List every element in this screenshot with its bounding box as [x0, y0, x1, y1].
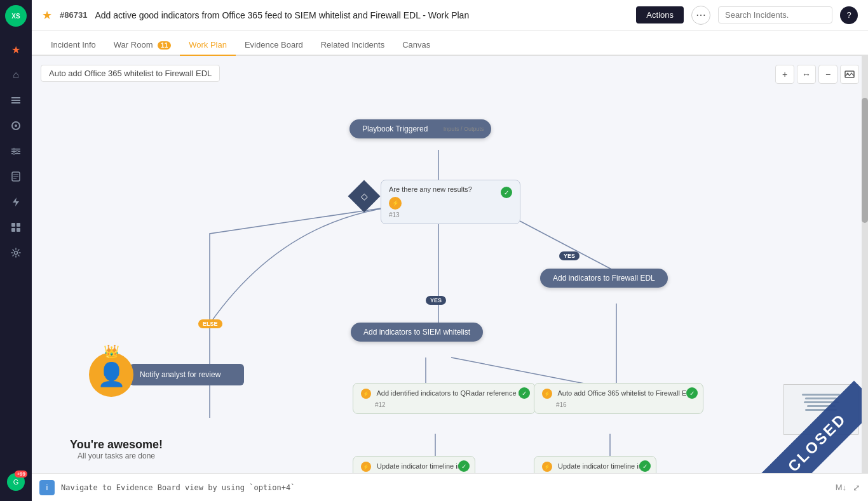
help-button[interactable]: ? — [840, 6, 858, 24]
incident-id: #86731 — [60, 10, 87, 20]
svg-point-4 — [15, 124, 17, 127]
zoom-out-button[interactable]: − — [818, 65, 837, 84]
svg-rect-0 — [11, 97, 20, 98]
zoom-fit-button[interactable]: ↔ — [797, 65, 816, 84]
tab-incident-info[interactable]: Incident Info — [42, 35, 105, 56]
sidebar-item-dashboard[interactable] — [4, 114, 27, 137]
crown-icon: 👑 — [104, 344, 119, 359]
main-panel: ★ #86731 Add active good indicators from… — [32, 0, 868, 501]
bottom-text: Navigate to Evidence Board view by using… — [61, 483, 829, 492]
sidebar-item-settings[interactable] — [4, 140, 27, 163]
svg-point-22 — [847, 73, 849, 75]
svg-rect-1 — [11, 100, 20, 101]
qradar-node[interactable]: ⚡ Add identified indicators to QRadar re… — [353, 383, 536, 414]
tab-related-incidents[interactable]: Related Incidents — [312, 35, 393, 56]
actions-button[interactable]: Actions — [636, 6, 684, 23]
svg-point-20 — [15, 251, 18, 255]
svg-rect-17 — [17, 223, 20, 227]
canvas-label: Auto add Office 365 whitelist to Firewal… — [41, 65, 220, 82]
sidebar-item-files[interactable] — [4, 165, 27, 188]
notify-label[interactable]: Notify analyst for review — [130, 364, 244, 385]
firewall-node[interactable]: Add indicators to Firewall EDL — [540, 269, 668, 288]
sidebar-item-gear[interactable] — [4, 241, 27, 264]
tab-evidence-board[interactable]: Evidence Board — [236, 35, 312, 56]
info-icon: i — [39, 480, 55, 495]
timeline1-node[interactable]: ⚡ Update indicator timeline info ✓ #15 — [353, 456, 475, 473]
svg-marker-15 — [13, 197, 19, 206]
favorite-star[interactable]: ★ — [42, 8, 52, 22]
incident-title: Add active good indicators from Office 3… — [95, 10, 628, 20]
zoom-controls: + ↔ − — [775, 65, 859, 84]
minimap[interactable] — [783, 384, 859, 435]
workflow-canvas[interactable]: Auto add Office 365 whitelist to Firewal… — [32, 56, 868, 473]
scrollbar-thumb[interactable] — [862, 98, 868, 223]
svg-point-10 — [13, 152, 15, 154]
war-room-badge: 11 — [158, 41, 171, 50]
header: ★ #86731 Add active good indicators from… — [32, 0, 868, 30]
svg-point-9 — [17, 150, 18, 152]
office365-node[interactable]: ⚡ Auto add Office 365 whitelist to Firew… — [534, 383, 703, 414]
tab-work-plan[interactable]: Work Plan — [180, 35, 236, 56]
sidebar: XS ★ ⌂ G +99 — [0, 0, 32, 501]
ellipsis-icon: ⋯ — [696, 9, 706, 21]
trigger-node[interactable]: Playbook Triggered Inputs / Outputs — [349, 119, 491, 138]
sidebar-item-bolt[interactable] — [4, 190, 27, 213]
sidebar-item-list[interactable] — [4, 89, 27, 112]
svg-rect-2 — [11, 102, 20, 104]
condition-node[interactable]: ◇ Are there any new results? ⚡ #13 ✓ — [353, 180, 520, 224]
markdown-icon[interactable]: M↓ — [836, 483, 846, 492]
notify-popup: 👑 👤 Notify analyst for review — [89, 352, 244, 397]
yes-badge-siem: YES — [426, 296, 446, 305]
bottom-bar: i Navigate to Evidence Board view by usi… — [32, 473, 868, 501]
scrollbar[interactable] — [862, 56, 868, 473]
sidebar-item-home[interactable]: ⌂ — [4, 63, 27, 86]
zoom-in-button[interactable]: + — [775, 65, 794, 84]
svg-point-8 — [13, 148, 15, 150]
yes-badge-firewall: YES — [559, 251, 580, 260]
tab-war-room[interactable]: War Room 11 — [105, 35, 180, 56]
sidebar-item-starred[interactable]: ★ — [4, 38, 27, 61]
user-avatar[interactable]: G +99 — [7, 473, 25, 491]
svg-rect-16 — [11, 223, 15, 227]
more-options-button[interactable]: ⋯ — [691, 6, 710, 25]
awesome-popup: You're awesome! All your tasks are done — [70, 438, 163, 460]
tab-bar: Incident Info War Room 11 Work Plan Evid… — [32, 30, 868, 56]
app-logo[interactable]: XS — [5, 5, 27, 27]
notify-avatar: 👑 👤 — [89, 352, 133, 397]
else-badge: ELSE — [198, 319, 222, 328]
expand-icon[interactable]: ⤢ — [853, 483, 860, 493]
zoom-image-button[interactable] — [840, 65, 859, 84]
svg-rect-18 — [11, 228, 15, 232]
notification-badge: +99 — [15, 471, 27, 478]
svg-rect-19 — [17, 228, 20, 232]
search-input[interactable] — [718, 6, 832, 23]
tab-canvas[interactable]: Canvas — [393, 35, 439, 56]
sidebar-item-grid[interactable] — [4, 216, 27, 239]
siem-node[interactable]: Add indicators to SIEM whitelist — [351, 323, 483, 342]
timeline2-node[interactable]: ⚡ Update indicator timeline info ✓ #17 — [534, 456, 656, 473]
